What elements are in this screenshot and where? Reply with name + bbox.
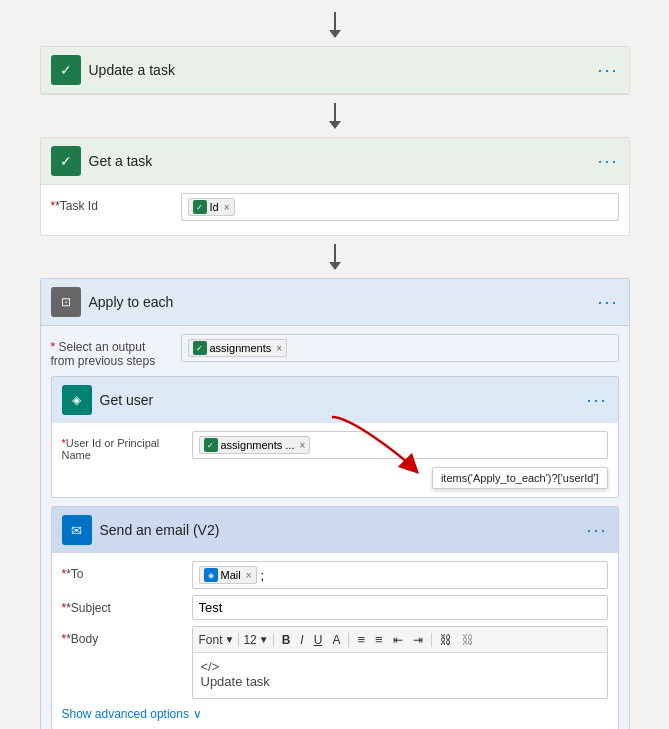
- font-size-select[interactable]: 12 ▼: [243, 633, 268, 647]
- code-tag: </>: [201, 659, 599, 674]
- get-task-card: ✓ Get a task ··· **Task Id ✓ Id ×: [40, 137, 630, 236]
- assignments-tag-icon: ✓: [193, 341, 207, 355]
- send-email-icon: ✉: [62, 515, 92, 545]
- tooltip-area: items('Apply_to_each')?['userId']: [62, 467, 608, 489]
- user-id-tag-label: assignments ...: [221, 439, 295, 451]
- user-id-value[interactable]: ✓ assignments ... ×: [192, 431, 608, 459]
- get-user-menu[interactable]: ···: [586, 390, 607, 411]
- get-user-header: ◈ Get user ···: [52, 377, 618, 423]
- tooltip-wrapper: items('Apply_to_each')?['userId']: [432, 467, 608, 489]
- get-task-body: **Task Id ✓ Id ×: [41, 185, 629, 235]
- indent-decrease-button[interactable]: ⇤: [389, 631, 407, 649]
- connector-top: [329, 12, 341, 38]
- task-id-label: **Task Id: [51, 193, 181, 213]
- apply-each-header: ⊡ Apply to each ···: [41, 279, 629, 326]
- body-row: **Body Font ▼ 12 ▼: [62, 626, 608, 699]
- assignments-tag-label: assignments: [210, 342, 272, 354]
- mail-tag: ◈ Mail ×: [199, 566, 257, 584]
- editor-content[interactable]: </> Update task: [193, 653, 607, 698]
- apply-each-menu[interactable]: ···: [597, 292, 618, 313]
- connector-line: [334, 12, 336, 30]
- send-email-body: **To ◈ Mail × ;: [52, 553, 618, 729]
- connector-line-2: [334, 244, 336, 262]
- indent-increase-button[interactable]: ⇥: [409, 631, 427, 649]
- user-id-tag-close[interactable]: ×: [299, 440, 305, 451]
- mail-tag-close[interactable]: ×: [246, 570, 252, 581]
- user-id-tag-icon: ✓: [204, 438, 218, 452]
- connector-arrow-1: [329, 121, 341, 129]
- send-email-header: ✉ Send an email (V2) ···: [52, 507, 618, 553]
- update-task-menu[interactable]: ···: [597, 60, 618, 81]
- unlink-button[interactable]: ⛓: [458, 631, 478, 649]
- body-label: **Body: [62, 626, 192, 646]
- apply-each-icon-symbol: ⊡: [61, 295, 71, 309]
- get-user-icon-symbol: ◈: [72, 393, 81, 407]
- connector-arrow-2: [329, 262, 341, 270]
- get-task-menu[interactable]: ···: [597, 151, 618, 172]
- update-task-header: ✓ Update a task ···: [41, 47, 629, 94]
- mail-tag-label: Mail: [221, 569, 241, 581]
- apply-each-icon: ⊡: [51, 287, 81, 317]
- body-editor[interactable]: Font ▼ 12 ▼ B I: [192, 626, 608, 699]
- list-ordered-button[interactable]: ≡: [353, 630, 369, 649]
- get-user-title: Get user: [100, 392, 154, 408]
- get-task-icon: ✓: [51, 146, 81, 176]
- font-select[interactable]: Font ▼: [199, 633, 235, 647]
- font-dropdown-arrow[interactable]: ▼: [225, 634, 235, 645]
- connector-arrow: [329, 30, 341, 38]
- update-task-title: Update a task: [89, 62, 175, 78]
- apply-each-title: Apply to each: [89, 294, 174, 310]
- show-advanced-label: Show advanced options: [62, 707, 189, 721]
- body-text: Update task: [201, 674, 599, 689]
- show-advanced-chevron: ∨: [193, 707, 202, 721]
- bold-button[interactable]: B: [278, 631, 295, 649]
- page-container: ✓ Update a task ··· ✓ Get a task ··· *: [0, 0, 669, 729]
- update-task-checkmark: ✓: [60, 62, 72, 78]
- select-output-value[interactable]: ✓ assignments ×: [181, 334, 619, 362]
- to-value[interactable]: ◈ Mail × ;: [192, 561, 608, 589]
- subject-label: **Subject: [62, 595, 192, 615]
- to-row: **To ◈ Mail × ;: [62, 561, 608, 589]
- get-task-header-left: ✓ Get a task: [51, 146, 153, 176]
- send-email-menu[interactable]: ···: [586, 520, 607, 541]
- to-label: **To: [62, 561, 192, 581]
- toolbar-divider-2: [273, 633, 274, 647]
- task-id-row: **Task Id ✓ Id ×: [51, 193, 619, 221]
- underline-button[interactable]: U: [310, 631, 327, 649]
- task-id-tag-label: Id: [210, 201, 219, 213]
- update-task-card: ✓ Update a task ···: [40, 46, 630, 95]
- link-button[interactable]: ⛓: [436, 631, 456, 649]
- assignments-tag: ✓ assignments ×: [188, 339, 288, 357]
- task-id-tag: ✓ Id ×: [188, 198, 235, 216]
- toolbar-divider-1: [238, 633, 239, 647]
- body-toolbar: Font ▼ 12 ▼ B I: [193, 627, 607, 653]
- task-id-tag-close[interactable]: ×: [224, 202, 230, 213]
- subject-input[interactable]: [192, 595, 608, 620]
- apply-each-card: ⊡ Apply to each ··· * Select an outputfr…: [40, 278, 630, 729]
- apply-each-body: * Select an outputfrom previous steps ✓ …: [41, 326, 629, 729]
- select-output-label: * Select an outputfrom previous steps: [51, 334, 181, 368]
- connector-1: [329, 103, 341, 129]
- assignments-tag-close[interactable]: ×: [276, 343, 282, 354]
- send-email-card: ✉ Send an email (V2) ··· **To: [51, 506, 619, 729]
- update-task-header-left: ✓ Update a task: [51, 55, 175, 85]
- connector-line-1: [334, 103, 336, 121]
- send-email-header-left: ✉ Send an email (V2): [62, 515, 220, 545]
- get-task-title: Get a task: [89, 153, 153, 169]
- show-advanced-options[interactable]: Show advanced options ∨: [62, 707, 608, 721]
- get-task-header: ✓ Get a task ···: [41, 138, 629, 185]
- task-id-value[interactable]: ✓ Id ×: [181, 193, 619, 221]
- font-size-value: 12: [243, 633, 256, 647]
- user-id-row: *User Id or PrincipalName ✓ assignments …: [62, 431, 608, 461]
- get-user-icon: ◈: [62, 385, 92, 415]
- list-unordered-button[interactable]: ≡: [371, 630, 387, 649]
- to-semicolon: ;: [261, 568, 265, 583]
- font-label: Font: [199, 633, 223, 647]
- italic-button[interactable]: I: [296, 631, 307, 649]
- font-size-arrow[interactable]: ▼: [259, 634, 269, 645]
- get-user-body: *User Id or PrincipalName ✓ assignments …: [52, 423, 618, 497]
- select-output-label-text: Select an outputfrom previous steps: [51, 340, 156, 368]
- highlight-button[interactable]: A: [328, 631, 344, 649]
- task-id-tag-icon: ✓: [193, 200, 207, 214]
- send-email-title: Send an email (V2): [100, 522, 220, 538]
